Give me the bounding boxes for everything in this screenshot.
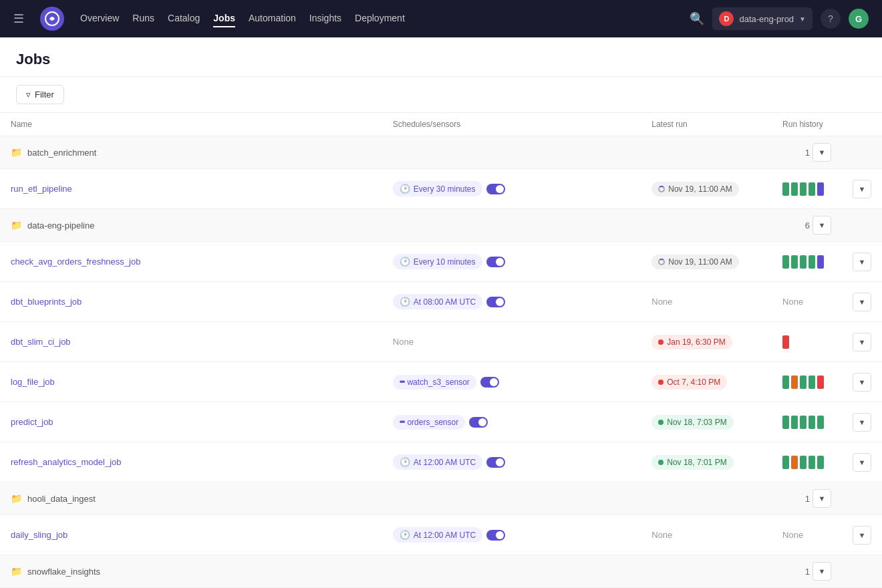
group-chevron-button[interactable]: ▼	[813, 216, 831, 235]
group-name[interactable]: batch_enrichment	[27, 148, 96, 158]
group-spacer	[842, 136, 882, 169]
group-chevron-button[interactable]: ▼	[813, 489, 831, 508]
workspace-selector[interactable]: D data-eng-prod ▼	[712, 7, 813, 30]
job-name-link[interactable]: daily_sling_job	[11, 530, 67, 540]
run-dot-failed	[658, 380, 664, 385]
latest-run-none: None	[651, 530, 672, 540]
group-count-cell: 6 ▼	[772, 209, 842, 242]
group-chevron-button[interactable]: ▼	[813, 562, 831, 581]
job-action-cell: ▼	[842, 442, 882, 482]
job-chevron-button[interactable]: ▼	[853, 413, 871, 432]
table-row: dbt_blueprints_job 🕑 At 08:00 AM UTC Non…	[0, 282, 882, 322]
toggle-knob	[496, 458, 504, 466]
group-cell: 📁 hooli_data_ingest	[11, 493, 761, 504]
job-name-link[interactable]: dbt_blueprints_job	[11, 297, 82, 307]
group-name[interactable]: data-eng-pipeline	[27, 220, 94, 231]
job-action-cell: ▼	[842, 402, 882, 442]
schedule-toggle[interactable]	[486, 530, 505, 541]
clock-icon: 🕑	[400, 530, 410, 540]
run-history-bars	[782, 456, 831, 469]
group-count-cell: 1 ▼	[772, 482, 842, 515]
user-avatar[interactable]: G	[849, 9, 869, 29]
latest-run-tag[interactable]: Nov 19, 11:00 AM	[651, 182, 738, 196]
schedule-tag[interactable]: ••• orders_sensor	[393, 415, 465, 430]
job-chevron-button[interactable]: ▼	[853, 526, 871, 545]
job-latest-cell: None	[641, 282, 772, 322]
latest-run-tag[interactable]: Oct 7, 4:10 PM	[651, 375, 727, 390]
schedule-tag[interactable]: 🕑 At 12:00 AM UTC	[393, 454, 482, 470]
job-name-link[interactable]: dbt_slim_ci_job	[11, 337, 71, 347]
job-name-link[interactable]: log_file_job	[11, 377, 55, 387]
latest-run-tag[interactable]: Jan 19, 6:30 PM	[651, 335, 732, 349]
job-latest-cell: Oct 7, 4:10 PM	[641, 362, 772, 402]
job-name-link[interactable]: predict_job	[11, 417, 53, 427]
job-history-cell	[772, 362, 842, 402]
schedule-cell: 🕑 At 12:00 AM UTC	[393, 454, 630, 470]
schedule-tag[interactable]: ••• watch_s3_sensor	[393, 375, 476, 390]
history-bar	[808, 255, 815, 269]
nav-link-deployment[interactable]: Deployment	[355, 10, 405, 27]
latest-run-tag[interactable]: Nov 18, 7:03 PM	[651, 415, 733, 430]
job-action-cell: ▼	[842, 169, 882, 209]
search-icon[interactable]: 🔍	[690, 11, 704, 26]
schedule-tag[interactable]: 🕑 Every 10 minutes	[393, 254, 482, 269]
group-cell: 📁 data-eng-pipeline	[11, 220, 761, 231]
latest-run-tag[interactable]: Nov 19, 11:00 AM	[651, 255, 738, 269]
schedule-toggle[interactable]	[480, 377, 499, 388]
schedule-tag[interactable]: 🕑 At 12:00 AM UTC	[393, 527, 482, 543]
nav-link-jobs[interactable]: Jobs	[213, 10, 235, 27]
group-name[interactable]: hooli_data_ingest	[27, 494, 96, 504]
col-history: Run history	[772, 113, 842, 136]
job-chevron-button[interactable]: ▼	[853, 373, 871, 392]
schedule-toggle[interactable]	[486, 257, 505, 267]
history-bar	[791, 255, 798, 269]
job-history-cell	[772, 242, 842, 282]
nav-link-overview[interactable]: Overview	[80, 10, 119, 27]
help-button[interactable]: ?	[821, 9, 841, 29]
run-date: Nov 19, 11:00 AM	[668, 257, 732, 267]
history-bar	[782, 182, 789, 196]
clock-icon: 🕑	[400, 257, 410, 267]
history-bar	[817, 416, 824, 429]
job-action-cell: ▼	[842, 322, 882, 362]
toggle-knob	[496, 531, 504, 539]
nav-link-catalog[interactable]: Catalog	[168, 10, 200, 27]
table-row: log_file_job ••• watch_s3_sensor Oct 7, …	[0, 362, 882, 402]
nav-link-runs[interactable]: Runs	[132, 10, 154, 27]
job-name-link[interactable]: run_etl_pipeline	[11, 184, 72, 194]
job-chevron-button[interactable]: ▼	[853, 180, 871, 198]
group-name[interactable]: snowflake_insights	[27, 567, 100, 577]
schedule-tag[interactable]: 🕑 At 08:00 AM UTC	[393, 294, 482, 309]
job-latest-cell: Nov 18, 7:03 PM	[641, 402, 772, 442]
schedule-cell: 🕑 Every 30 minutes	[393, 181, 630, 196]
group-chevron-button[interactable]: ▼	[813, 143, 831, 162]
latest-run-tag[interactable]: Nov 18, 7:01 PM	[651, 455, 733, 470]
job-chevron-button[interactable]: ▼	[853, 333, 871, 351]
group-row: 📁 data-eng-pipeline 6 ▼	[0, 209, 882, 242]
col-schedule: Schedules/sensors	[382, 113, 641, 136]
job-latest-cell: Jan 19, 6:30 PM	[641, 322, 772, 362]
schedule-toggle[interactable]	[486, 184, 505, 194]
group-count-cell-inner: 1 ▼	[782, 489, 831, 508]
job-action-cell: ▼	[842, 282, 882, 322]
job-chevron-button[interactable]: ▼	[853, 253, 871, 271]
schedule-label: At 12:00 AM UTC	[414, 458, 476, 467]
toolbar: ▿ Filter	[0, 77, 882, 113]
nav-link-automation[interactable]: Automation	[249, 10, 296, 27]
nav-link-insights[interactable]: Insights	[309, 10, 341, 27]
group-spacer	[842, 209, 882, 242]
schedule-tag[interactable]: 🕑 Every 30 minutes	[393, 181, 482, 196]
page-header: Jobs	[0, 37, 882, 77]
schedule-toggle[interactable]	[469, 417, 488, 428]
job-name-link[interactable]: check_avg_orders_freshness_job	[11, 257, 140, 267]
job-chevron-button[interactable]: ▼	[853, 293, 871, 311]
history-bar	[817, 255, 824, 269]
table-row: predict_job ••• orders_sensor Nov 18, 7:…	[0, 402, 882, 442]
run-date: Nov 18, 7:03 PM	[667, 418, 726, 427]
schedule-toggle[interactable]	[486, 457, 505, 468]
job-chevron-button[interactable]: ▼	[853, 453, 871, 472]
hamburger-icon[interactable]: ☰	[13, 11, 24, 26]
schedule-toggle[interactable]	[486, 297, 505, 307]
job-name-link[interactable]: refresh_analytics_model_job	[11, 457, 121, 467]
filter-button[interactable]: ▿ Filter	[16, 85, 64, 104]
